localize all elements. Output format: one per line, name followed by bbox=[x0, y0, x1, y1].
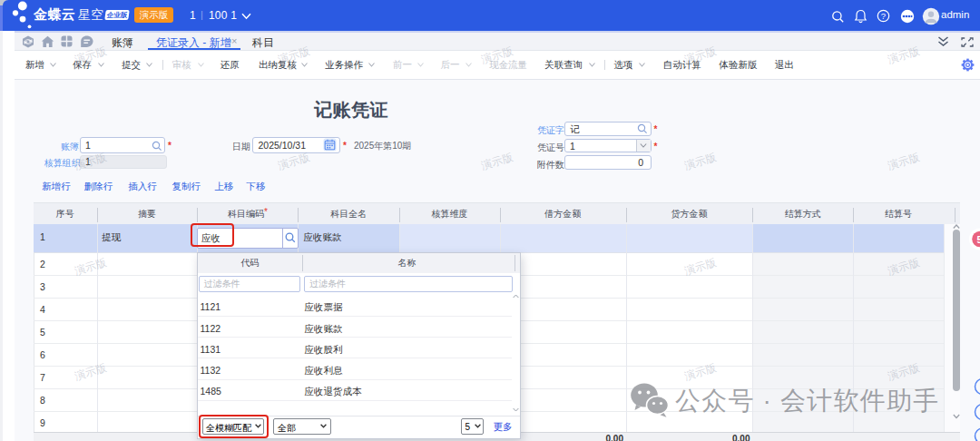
svg-text:5: 5 bbox=[977, 234, 980, 245]
svg-text:?: ? bbox=[881, 11, 886, 21]
